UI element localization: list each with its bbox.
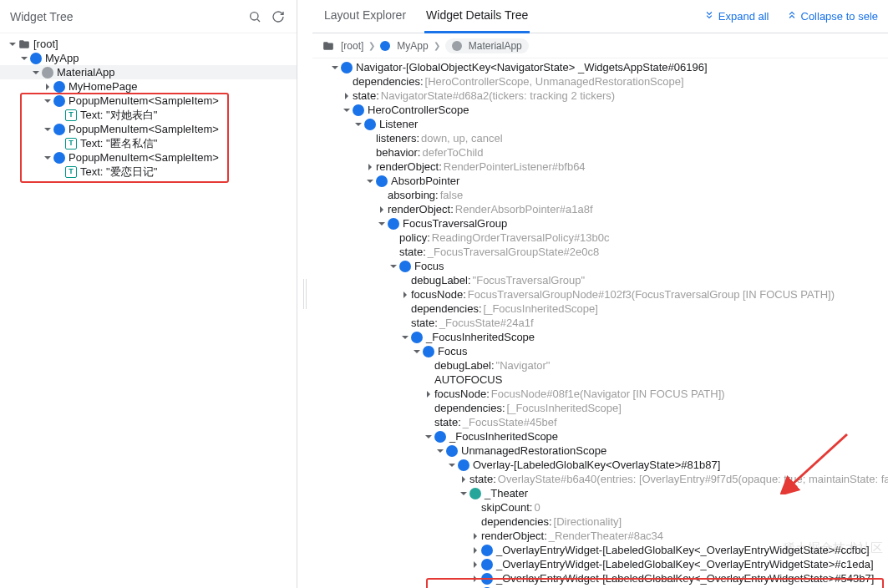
- chevron-right-icon[interactable]: [42, 83, 53, 91]
- crumb-root[interactable]: [root]: [322, 40, 363, 52]
- chevron-right-icon[interactable]: [399, 291, 411, 299]
- details-row[interactable]: focusNode: FocusNode#08f1e(Navigator [IN…: [312, 387, 888, 401]
- chevron-down-icon[interactable]: [364, 177, 376, 185]
- details-row[interactable]: focusNode: FocusTraversalGroupNode#102f3…: [312, 287, 888, 302]
- chevron-down-icon[interactable]: [399, 333, 411, 342]
- tab-layout-explorer[interactable]: Layout Explorer: [322, 0, 408, 33]
- tree-row[interactable]: [root]: [0, 37, 297, 51]
- chevron-right-icon[interactable]: [376, 205, 388, 214]
- details-row[interactable]: AUTOFOCUS: [312, 373, 888, 387]
- tree-node-label: MyApp: [45, 51, 79, 65]
- chevron-right-icon[interactable]: [469, 532, 481, 540]
- details-row[interactable]: behavior: deferToChild: [312, 145, 888, 160]
- chevron-right-icon[interactable]: [469, 546, 481, 555]
- chevron-right-icon[interactable]: [341, 92, 353, 100]
- details-row[interactable]: dependencies: [HeroControllerScope, Unma…: [312, 74, 888, 89]
- chevron-down-icon[interactable]: [18, 54, 30, 63]
- chevron-down-icon[interactable]: [376, 220, 388, 228]
- tree-row[interactable]: TText: "爱恋日记": [0, 165, 297, 179]
- widget-badge-icon: [42, 67, 53, 79]
- details-row[interactable]: _OverlayEntryWidget-[LabeledGlobalKey<_O…: [312, 571, 888, 585]
- search-icon[interactable]: [246, 8, 263, 25]
- crumb-materialapp[interactable]: MaterialApp: [445, 38, 529, 53]
- details-row[interactable]: _OverlayEntryWidget-[LabeledGlobalKey<_O…: [312, 557, 888, 571]
- details-row[interactable]: _FocusInheritedScope: [312, 429, 888, 444]
- chevron-right-icon[interactable]: [469, 560, 481, 569]
- details-row[interactable]: _OverlayEntryWidget-[LabeledGlobalKey<_O…: [312, 543, 888, 557]
- details-row[interactable]: UnmanagedRestorationScope: [312, 444, 888, 458]
- details-row[interactable]: debugLabel: "FocusTraversalGroup": [312, 273, 888, 287]
- chevron-right-icon[interactable]: [458, 475, 469, 484]
- expand-all-link[interactable]: Expand all: [703, 9, 769, 23]
- details-row[interactable]: state: OverlayState#b6a40(entries: [Over…: [312, 472, 888, 486]
- property-key: dependencies:: [411, 302, 482, 316]
- chevron-down-icon[interactable]: [353, 120, 364, 129]
- details-row[interactable]: Overlay-[LabeledGlobalKey<OverlayState>#…: [312, 458, 888, 472]
- chevron-down-icon[interactable]: [458, 489, 469, 498]
- tree-node-label: PopupMenuItem<SampleItem>: [69, 150, 219, 165]
- chevron-right-icon[interactable]: [423, 390, 434, 398]
- details-row[interactable]: state: _FocusState#24a1f: [312, 316, 888, 330]
- widget-tree-body[interactable]: [root]MyAppMaterialAppMyHomePagePopupMen…: [0, 33, 297, 588]
- chevron-down-icon[interactable]: [42, 97, 53, 105]
- details-row[interactable]: dependencies: [_FocusInheritedScope]: [312, 302, 888, 316]
- tree-row[interactable]: TText: "对她表白": [0, 108, 297, 122]
- chevron-down-icon[interactable]: [388, 262, 399, 271]
- details-row[interactable]: renderObject: RenderPointerListener#bfb6…: [312, 160, 888, 174]
- details-row[interactable]: Focus: [312, 259, 888, 273]
- details-row[interactable]: renderObject: _RenderTheater#8ac34: [312, 529, 888, 543]
- widget-tree-title: Widget Tree: [10, 10, 240, 23]
- pane-divider[interactable]: [297, 0, 312, 588]
- tree-row[interactable]: MyHomePage: [0, 79, 297, 94]
- chevron-down-icon[interactable]: [423, 433, 434, 441]
- property-value: "FocusTraversalGroup": [473, 273, 585, 287]
- chevron-down-icon[interactable]: [42, 125, 53, 134]
- chevron-down-icon[interactable]: [411, 347, 423, 356]
- tree-row[interactable]: PopupMenuItem<SampleItem>: [0, 150, 297, 165]
- chevron-down-icon[interactable]: [42, 154, 53, 162]
- tree-row[interactable]: PopupMenuItem<SampleItem>: [0, 122, 297, 136]
- details-row[interactable]: AbsorbPointer: [312, 174, 888, 188]
- details-row[interactable]: listeners: down, up, cancel: [312, 131, 888, 145]
- tree-node-label: PopupMenuItem<SampleItem>: [69, 122, 219, 136]
- chevron-down-icon[interactable]: [329, 63, 341, 72]
- chevron-down-icon[interactable]: [434, 447, 446, 455]
- details-row[interactable]: _FocusInheritedScope: [312, 330, 888, 344]
- tree-node-label: PopupMenuItem<SampleItem>: [69, 94, 219, 108]
- details-row[interactable]: state: NavigatorState#d68a2(tickers: tra…: [312, 89, 888, 103]
- details-row[interactable]: Navigator-[GlobalObjectKey<NavigatorStat…: [312, 60, 888, 74]
- chevron-right-icon[interactable]: [364, 163, 376, 171]
- svg-line-1: [257, 19, 260, 22]
- tree-row[interactable]: MyApp: [0, 51, 297, 65]
- details-tree-body[interactable]: 稀土掘金技术社区 Navigator-[GlobalObjectKey<Navi…: [312, 58, 888, 588]
- details-row[interactable]: skipCount: 0: [312, 500, 888, 514]
- details-row[interactable]: dependencies: [_FocusInheritedScope]: [312, 401, 888, 415]
- details-row[interactable]: Focus: [312, 344, 888, 358]
- tree-row[interactable]: TText: "匿名私信": [0, 136, 297, 150]
- tab-widget-details-tree[interactable]: Widget Details Tree: [424, 0, 530, 33]
- collapse-link[interactable]: Collapse to sele: [786, 9, 879, 23]
- details-row[interactable]: Listener: [312, 117, 888, 131]
- chevron-down-icon[interactable]: [7, 40, 18, 48]
- details-row[interactable]: state: _FocusTraversalGroupState#2e0c8: [312, 245, 888, 259]
- details-row[interactable]: policy: ReadingOrderTraversalPolicy#13b0…: [312, 231, 888, 245]
- tree-row[interactable]: MaterialApp: [0, 65, 297, 79]
- chevron-down-icon[interactable]: [446, 461, 458, 469]
- details-row[interactable]: HeroControllerScope: [312, 103, 888, 117]
- tree-row[interactable]: PopupMenuItem<SampleItem>: [0, 94, 297, 108]
- details-row[interactable]: state: _FocusState#45bef: [312, 415, 888, 429]
- details-row[interactable]: dependencies: [Directionality]: [312, 514, 888, 529]
- folder-icon: [322, 40, 334, 52]
- details-row[interactable]: absorbing: false: [312, 188, 888, 202]
- widget-badge-icon: [469, 488, 481, 499]
- chevron-right-icon[interactable]: [469, 575, 481, 583]
- chevron-down-icon[interactable]: [341, 106, 353, 114]
- details-row[interactable]: debugLabel: "Navigator": [312, 358, 888, 373]
- refresh-icon[interactable]: [270, 8, 287, 25]
- details-row[interactable]: renderObject: RenderAbsorbPointer#a1a8f: [312, 202, 888, 216]
- details-row[interactable]: FocusTraversalGroup: [312, 216, 888, 231]
- details-row[interactable]: _Theater: [312, 486, 888, 500]
- crumb-myapp[interactable]: MyApp: [380, 40, 428, 52]
- property-key: state:: [434, 415, 461, 429]
- chevron-down-icon[interactable]: [30, 68, 42, 77]
